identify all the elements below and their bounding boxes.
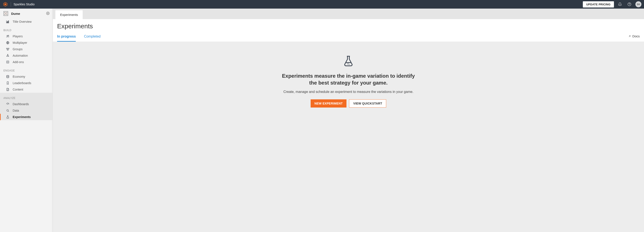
sidebar-item-title-overview[interactable]: Title Overview [0,18,52,25]
top-bar: Sparkles Studio UPDATE PRICING SH [0,0,644,8]
dashboard-icon [6,102,10,106]
svg-marker-1 [4,3,6,5]
title-selector[interactable]: Dume [0,8,52,18]
svg-point-8 [4,13,5,14]
svg-point-12 [6,14,6,15]
svg-point-30 [7,110,8,111]
sidebar-item-label: Data [13,109,19,112]
sidebar-item-label: Add-ons [13,60,24,64]
page-title: Experiments [57,22,640,30]
docs-label: Docs [632,34,640,38]
vertical-divider [11,2,11,7]
sidebar-section-engage: ENGAGE [0,65,52,74]
bar-chart-icon [6,20,10,24]
sidebar-item-content[interactable]: Content [0,86,52,93]
svg-rect-27 [7,61,9,63]
sidebar-item-data[interactable]: Data [0,107,52,114]
sidebar-item-label: Content [13,88,23,91]
subtab-completed[interactable]: Completed [84,33,100,42]
svg-point-24 [7,54,8,55]
title-settings-icon[interactable] [46,12,50,16]
empty-body: Create, manage and schedule an experimen… [280,90,417,94]
svg-point-29 [8,104,8,104]
svg-point-11 [4,14,5,15]
sidebar-section-build: BUILD [0,25,52,33]
help-icon[interactable] [626,1,633,8]
svg-rect-15 [7,22,7,23]
svg-point-28 [7,75,9,76]
flask-icon [6,115,10,119]
sidebar-item-label: Multiplayer [13,41,27,44]
sidebar-item-experiments[interactable]: Experiments [0,114,52,120]
sidebar: Dume Title Overview BUILD Players Multip… [0,8,53,232]
svg-rect-21 [6,48,8,49]
external-link-icon [628,35,631,38]
sidebar-item-label: Automation [13,54,28,57]
content-body: Experiments measure the in-game variatio… [53,42,644,232]
svg-point-18 [7,35,8,36]
svg-point-9 [6,13,6,14]
sidebar-item-multiplayer[interactable]: Multiplayer [0,40,52,46]
tab-experiments[interactable]: Experiments [56,10,83,19]
empty-heading: Experiments measure the in-game variatio… [280,72,417,86]
flask-illustration-icon [280,55,417,68]
svg-point-26 [8,56,9,56]
sidebar-item-addons[interactable]: Add-ons [0,59,52,65]
svg-point-14 [48,13,48,14]
bookmark-icon [6,81,10,85]
svg-point-32 [348,64,350,65]
notifications-icon[interactable] [616,1,624,8]
svg-point-33 [348,63,349,64]
sidebar-item-label: Groups [13,48,22,51]
groups-icon [6,47,10,51]
addons-icon [6,60,10,64]
product-logo[interactable] [2,2,8,7]
sidebar-item-label: Economy [13,75,25,78]
svg-point-2 [628,3,631,6]
title-name: Dume [11,12,44,16]
sidebar-item-leaderboards[interactable]: Leaderboards [0,80,52,86]
svg-point-31 [347,64,348,64]
svg-point-5 [4,12,5,13]
svg-rect-22 [8,48,9,49]
sidebar-item-economy[interactable]: Economy [0,74,52,80]
svg-point-25 [7,56,7,56]
data-icon [6,108,10,112]
sidebar-item-groups[interactable]: Groups [0,46,52,52]
page-header: Experiments In progress Completed Docs [53,19,644,42]
svg-rect-17 [8,20,9,22]
view-quickstart-button[interactable]: VIEW QUICKSTART [349,99,386,108]
svg-point-13 [7,14,7,15]
empty-state: Experiments measure the in-game variatio… [280,55,417,232]
sidebar-item-players[interactable]: Players [0,33,52,40]
sidebar-item-label: Title Overview [13,20,32,24]
sidebar-item-label: Players [13,34,23,38]
subtab-in-progress[interactable]: In progress [57,33,76,42]
sidebar-item-label: Experiments [13,115,31,119]
automation-icon [6,54,10,58]
user-avatar[interactable]: SH [636,1,642,7]
main-area: Experiments Experiments In progress Comp… [53,8,644,232]
update-pricing-button[interactable]: UPDATE PRICING [583,1,614,8]
players-icon [6,34,10,38]
sidebar-item-dashboards[interactable]: Dashboards [0,101,52,107]
sidebar-section-analyze: ANALYZE [0,93,52,101]
new-experiment-button[interactable]: NEW EXPERIMENT [310,99,347,108]
title-icon [3,11,8,16]
globe-icon [6,41,10,45]
main-tabbar: Experiments [53,8,644,19]
svg-rect-16 [8,21,8,22]
sidebar-item-label: Leaderboards [13,81,31,85]
svg-point-7 [7,12,7,13]
economy-icon [6,75,10,78]
svg-point-6 [6,12,6,13]
studio-name[interactable]: Sparkles Studio [14,2,34,6]
sidebar-item-automation[interactable]: Automation [0,52,52,59]
docs-link[interactable]: Docs [628,34,640,40]
svg-rect-23 [7,49,8,50]
svg-point-19 [8,35,9,36]
document-icon [6,88,10,92]
sidebar-item-label: Dashboards [13,102,29,106]
svg-point-10 [7,13,7,14]
